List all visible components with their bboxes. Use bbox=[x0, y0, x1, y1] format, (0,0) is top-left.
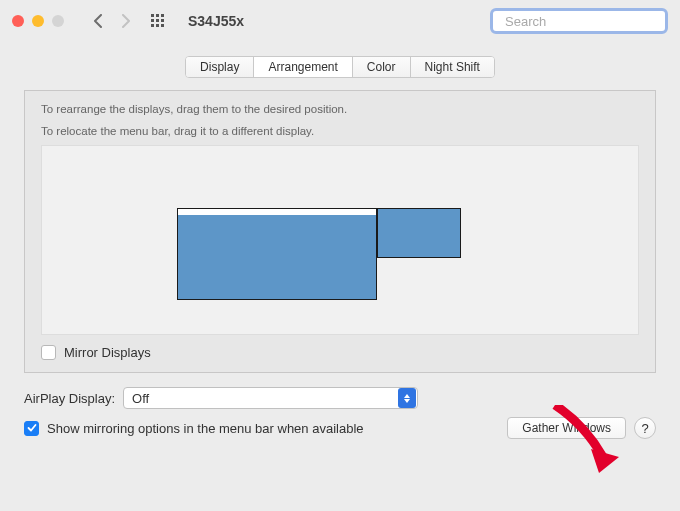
show-mirror-label: Show mirroring options in the menu bar w… bbox=[47, 421, 364, 436]
tab-arrangement[interactable]: Arrangement bbox=[253, 57, 351, 77]
svg-rect-7 bbox=[156, 24, 159, 27]
display-arrangement-area bbox=[41, 145, 639, 335]
minimize-button[interactable] bbox=[32, 15, 44, 27]
gather-windows-button[interactable]: Gather Windows bbox=[507, 417, 626, 439]
svg-rect-3 bbox=[151, 19, 154, 22]
instruction-line1: To rearrange the displays, drag them to … bbox=[41, 101, 639, 117]
mirror-displays-checkbox[interactable] bbox=[41, 345, 56, 360]
window-controls bbox=[12, 15, 64, 27]
close-button[interactable] bbox=[12, 15, 24, 27]
instruction-line2: To relocate the menu bar, drag it to a d… bbox=[41, 123, 639, 139]
svg-rect-1 bbox=[156, 14, 159, 17]
airplay-value: Off bbox=[132, 391, 149, 406]
svg-rect-6 bbox=[151, 24, 154, 27]
window-title: S34J55x bbox=[188, 13, 244, 29]
svg-rect-4 bbox=[156, 19, 159, 22]
display-main[interactable] bbox=[177, 208, 377, 300]
segmented-tabs: Display Arrangement Color Night Shift bbox=[185, 56, 495, 78]
tab-display[interactable]: Display bbox=[186, 57, 253, 77]
svg-rect-2 bbox=[161, 14, 164, 17]
search-input[interactable] bbox=[505, 14, 673, 29]
airplay-row: AirPlay Display: Off bbox=[24, 387, 656, 409]
check-icon bbox=[27, 423, 37, 433]
content-area: Display Arrangement Color Night Shift To… bbox=[0, 42, 680, 453]
zoom-button-disabled bbox=[52, 15, 64, 27]
show-mirror-checkbox[interactable] bbox=[24, 421, 39, 436]
display-secondary[interactable] bbox=[377, 208, 461, 258]
show-all-button[interactable] bbox=[148, 11, 168, 31]
svg-rect-8 bbox=[161, 24, 164, 27]
tab-row: Display Arrangement Color Night Shift bbox=[24, 52, 656, 90]
popup-stepper-icon bbox=[398, 388, 416, 408]
svg-rect-0 bbox=[151, 14, 154, 17]
tab-night-shift[interactable]: Night Shift bbox=[410, 57, 494, 77]
back-button[interactable] bbox=[88, 11, 108, 31]
titlebar: S34J55x bbox=[0, 0, 680, 42]
svg-rect-5 bbox=[161, 19, 164, 22]
footer-row: Show mirroring options in the menu bar w… bbox=[24, 417, 656, 439]
mirror-displays-row: Mirror Displays bbox=[41, 345, 639, 360]
search-field-wrap[interactable] bbox=[490, 8, 668, 34]
mirror-displays-label: Mirror Displays bbox=[64, 345, 151, 360]
forward-button[interactable] bbox=[116, 11, 136, 31]
airplay-popup[interactable]: Off bbox=[123, 387, 418, 409]
tab-color[interactable]: Color bbox=[352, 57, 410, 77]
help-button[interactable]: ? bbox=[634, 417, 656, 439]
arrangement-panel: To rearrange the displays, drag them to … bbox=[24, 90, 656, 373]
airplay-label: AirPlay Display: bbox=[24, 391, 115, 406]
